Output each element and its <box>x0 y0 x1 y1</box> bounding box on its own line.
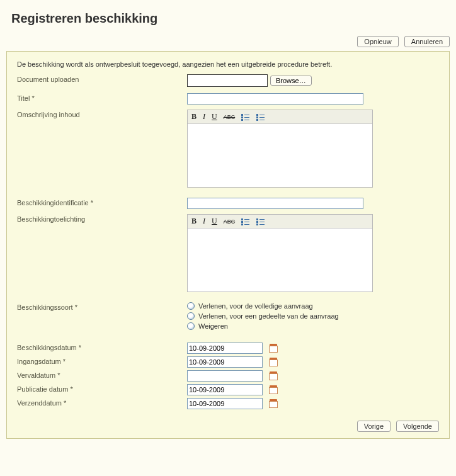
vervaldatum-label: Vervaldatum * <box>17 370 187 379</box>
calendar-icon[interactable] <box>269 385 278 394</box>
browse-button[interactable]: Browse… <box>270 76 312 86</box>
calendar-icon[interactable] <box>269 358 278 366</box>
italic-button[interactable]: I <box>203 112 205 122</box>
page-title: Registreren beschikking <box>0 6 456 36</box>
top-actions: Opnieuw Annuleren <box>0 36 456 51</box>
bulleted-list-icon[interactable] <box>256 113 265 121</box>
verzenddatum-label: Verzenddatum * <box>17 398 187 407</box>
file-path-input[interactable] <box>187 74 268 87</box>
titel-input[interactable] <box>187 93 363 105</box>
form-panel: De beschikking wordt als ontwerpbesluit … <box>6 51 450 439</box>
ingangsdatum-input[interactable] <box>187 356 263 368</box>
calendar-icon[interactable] <box>269 344 278 353</box>
beschikkingtoelichting-label: Beschikkingtoelichting <box>17 214 187 223</box>
editor-toolbar-2: B I U ABC <box>188 215 372 229</box>
italic-button[interactable]: I <box>203 217 205 226</box>
beschikkingtoelichting-textarea[interactable] <box>188 229 372 292</box>
strikethrough-button[interactable]: ABC <box>224 114 236 120</box>
underline-button[interactable]: U <box>212 112 217 122</box>
volgende-button[interactable]: Volgende <box>396 421 439 432</box>
editor-toolbar: B I U ABC <box>188 110 372 124</box>
bottom-actions: Vorige Volgende <box>17 412 439 432</box>
calendar-icon[interactable] <box>269 399 278 408</box>
bold-button[interactable]: B <box>191 217 197 226</box>
beschikkingtoelichting-editor: B I U ABC <box>187 214 373 292</box>
beschikkingssoort-radio-2[interactable] <box>187 312 195 320</box>
publicatiedatum-input[interactable] <box>187 384 263 395</box>
calendar-icon[interactable] <box>269 371 278 380</box>
beschikkingssoort-option-3: Weigeren <box>198 322 228 330</box>
bulleted-list-icon[interactable] <box>256 218 265 225</box>
annuleren-button[interactable]: Annuleren <box>404 36 450 47</box>
ingangsdatum-label: Ingangsdatum * <box>17 356 187 365</box>
vorige-button[interactable]: Vorige <box>357 421 390 432</box>
omschrijving-textarea[interactable] <box>188 124 372 187</box>
numbered-list-icon[interactable] <box>241 218 250 225</box>
beschikkingssoort-option-2: Verlenen, voor een gedeelte van de aanvr… <box>198 312 339 320</box>
titel-label: Titel * <box>17 93 187 102</box>
numbered-list-icon[interactable] <box>241 113 250 121</box>
beschikkingssoort-option-1: Verlenen, voor de volledige aanvraag <box>198 302 313 310</box>
beschikkingidentificatie-label: Beschikkingidentificatie * <box>17 198 187 207</box>
beschikkingssoort-radio-1[interactable] <box>187 302 195 310</box>
beschikkingsdatum-input[interactable] <box>187 343 263 354</box>
beschikkingidentificatie-input[interactable] <box>187 198 363 209</box>
bold-button[interactable]: B <box>191 112 197 122</box>
document-upload-label: Document uploaden <box>17 74 187 83</box>
vervaldatum-input[interactable] <box>187 370 263 382</box>
omschrijving-label: Omschrijving inhoud <box>17 110 187 118</box>
beschikkingssoort-radio-3[interactable] <box>187 322 195 330</box>
strikethrough-button[interactable]: ABC <box>224 218 236 225</box>
underline-button[interactable]: U <box>212 217 217 226</box>
publicatiedatum-label: Publicatie datum * <box>17 384 187 393</box>
beschikkingssoort-label: Beschikkingssoort * <box>17 302 187 311</box>
intro-text: De beschikking wordt als ontwerpbesluit … <box>17 60 439 68</box>
opnieuw-button[interactable]: Opnieuw <box>357 36 398 47</box>
omschrijving-editor: B I U ABC <box>187 110 373 188</box>
verzenddatum-input[interactable] <box>187 398 263 409</box>
beschikkingsdatum-label: Beschikkingsdatum * <box>17 343 187 351</box>
